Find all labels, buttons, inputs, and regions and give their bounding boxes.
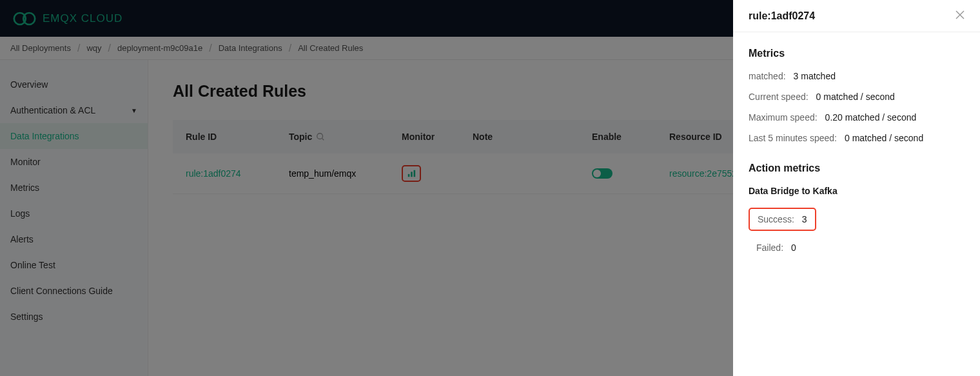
metric-last5-value: 0 matched / second: [845, 133, 923, 143]
metric-matched: matched: 3 matched: [749, 71, 965, 81]
svg-rect-6: [414, 170, 416, 177]
cell-enable: [592, 168, 669, 179]
close-button[interactable]: [956, 10, 965, 22]
sidebar-label-onlinetest: Online Test: [10, 260, 55, 270]
sidebar-label-alerts: Alerts: [10, 234, 34, 244]
sidebar-label-integrations: Data Integrations: [10, 131, 79, 141]
sidebar-item-settings[interactable]: Settings: [0, 304, 148, 330]
action-metrics-title: Action metrics: [749, 163, 965, 174]
metric-success-label: Success:: [758, 214, 794, 224]
bar-chart-icon: [407, 169, 416, 178]
metric-failed-value: 0: [791, 242, 796, 253]
metric-last5-speed: Last 5 minutes speed: 0 matched / second: [749, 133, 965, 143]
sidebar-label-clientguide: Client Connections Guide: [10, 286, 113, 296]
metric-success-highlighted: Success: 3: [749, 208, 816, 231]
cell-topic: temp_hum/emqx: [289, 168, 402, 179]
cell-monitor: [402, 165, 473, 182]
panel-body: Metrics matched: 3 matched Current speed…: [733, 32, 980, 273]
enable-toggle[interactable]: [592, 168, 612, 179]
sidebar-label-monitor: Monitor: [10, 157, 41, 167]
breadcrumb-sep: /: [77, 43, 80, 54]
col-header-topic-label: Topic: [289, 132, 312, 142]
svg-rect-5: [411, 172, 413, 177]
col-header-note: Note: [473, 132, 592, 142]
breadcrumb-data-integrations[interactable]: Data Integrations: [219, 43, 282, 53]
metric-failed-label: Failed:: [756, 242, 783, 253]
sidebar-item-auth[interactable]: Authentication & ACL ▼: [0, 97, 148, 123]
metric-current-value: 0 matched / second: [816, 92, 895, 102]
close-icon: [956, 10, 965, 19]
panel-header: rule:1adf0274: [733, 0, 980, 32]
svg-line-3: [322, 139, 324, 141]
col-header-topic: Topic: [289, 132, 402, 142]
metric-max-value: 0.20 matched / second: [825, 112, 917, 123]
metric-matched-value: 3 matched: [794, 71, 836, 81]
sidebar-item-logs[interactable]: Logs: [0, 201, 148, 226]
logo-text: EMQX CLOUD: [43, 12, 122, 25]
metric-matched-label: matched:: [749, 71, 786, 81]
svg-rect-4: [408, 174, 410, 177]
sidebar: Overview Authentication & ACL ▼ Data Int…: [0, 60, 148, 376]
sidebar-item-onlinetest[interactable]: Online Test: [0, 252, 148, 278]
rule-detail-panel: rule:1adf0274 Metrics matched: 3 matched…: [733, 0, 980, 376]
svg-point-2: [317, 134, 323, 139]
sidebar-item-integrations[interactable]: Data Integrations: [0, 123, 148, 149]
logo-area[interactable]: EMQX CLOUD: [13, 10, 122, 27]
metric-max-label: Maximum speed:: [749, 112, 818, 123]
col-header-monitor: Monitor: [402, 132, 473, 142]
sidebar-label-metrics: Metrics: [10, 183, 39, 193]
sidebar-item-overview[interactable]: Overview: [0, 72, 148, 97]
breadcrumb-deployment[interactable]: deployment-m9c09a1e: [117, 43, 202, 53]
sidebar-label-auth: Authentication & ACL: [10, 105, 95, 115]
sidebar-item-alerts[interactable]: Alerts: [0, 226, 148, 252]
metric-failed: Failed: 0: [749, 237, 804, 258]
breadcrumb-wqy[interactable]: wqy: [86, 43, 101, 53]
chevron-down-icon: ▼: [131, 107, 137, 114]
metric-last5-label: Last 5 minutes speed:: [749, 133, 837, 143]
sidebar-item-metrics[interactable]: Metrics: [0, 175, 148, 201]
breadcrumb-sep: /: [108, 43, 111, 54]
breadcrumb-all-rules[interactable]: All Created Rules: [298, 43, 363, 53]
metric-max-speed: Maximum speed: 0.20 matched / second: [749, 112, 965, 123]
logo-icon: [13, 10, 36, 27]
action-subtitle: Data Bridge to Kafka: [749, 186, 965, 196]
sidebar-label-settings: Settings: [10, 312, 43, 322]
breadcrumb-sep: /: [209, 43, 211, 54]
sidebar-label-logs: Logs: [10, 208, 30, 219]
metric-current-label: Current speed:: [749, 92, 808, 102]
col-header-enable: Enable: [592, 132, 669, 142]
metric-current-speed: Current speed: 0 matched / second: [749, 92, 965, 102]
sidebar-item-clientguide[interactable]: Client Connections Guide: [0, 278, 148, 304]
search-icon[interactable]: [316, 132, 325, 141]
sidebar-label-overview: Overview: [10, 79, 48, 90]
monitor-chart-button[interactable]: [402, 165, 421, 182]
sidebar-item-monitor[interactable]: Monitor: [0, 149, 148, 175]
metrics-section-title: Metrics: [749, 48, 965, 59]
metric-success-value: 3: [802, 214, 807, 224]
cell-rule-id[interactable]: rule:1adf0274: [186, 168, 289, 179]
col-header-rule-id: Rule ID: [186, 132, 289, 142]
breadcrumb-sep: /: [289, 43, 291, 54]
breadcrumb-all-deployments[interactable]: All Deployments: [10, 43, 71, 53]
panel-title: rule:1adf0274: [749, 10, 815, 22]
